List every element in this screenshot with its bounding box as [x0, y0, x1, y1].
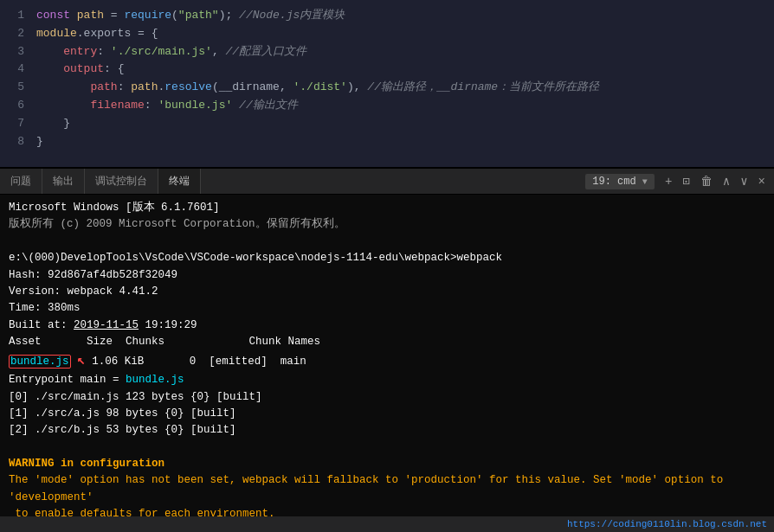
terminal-line: Time: 380ms [9, 300, 765, 317]
terminal-line: [1] ./src/a.js 98 bytes {0} [built] [9, 406, 765, 422]
terminal-line: Version: webpack 4.41.2 [9, 284, 765, 300]
terminal-content[interactable]: Microsoft Windows [版本 6.1.7601] 版权所有 (c)… [0, 195, 774, 516]
bundle-js-highlight: bundle.js [9, 355, 71, 369]
tab-group: 问题 输出 调试控制台 终端 [0, 169, 201, 194]
bottom-bar: https://coding0110lin.blog.csdn.net [0, 516, 774, 532]
terminal-line [9, 439, 765, 456]
terminal-tabs-row: 问题 输出 调试控制台 终端 19: cmd ▼ + ⊡ 🗑 ∧ ∨ × [0, 169, 774, 195]
terminal-line: [0] ./src/main.js 123 bytes {0} [built] [9, 389, 765, 406]
split-terminal-button[interactable]: ⊡ [679, 172, 693, 190]
terminal-line: Microsoft Windows [版本 6.1.7601] [9, 200, 765, 216]
terminal-line: Entrypoint main = bundle.js [9, 372, 765, 388]
terminal-line: Built at: 2019-11-15 19:19:29 [9, 317, 765, 334]
tab-terminal[interactable]: 终端 [158, 169, 201, 194]
add-terminal-button[interactable]: + [661, 173, 675, 190]
code-content: const path = require("path"); //Node.js内… [33, 0, 774, 167]
terminal-line: e:\(000)DevelopTools\VsCode\VSCode-works… [9, 250, 765, 266]
terminal-warning-line1: The 'mode' option has not been set, webp… [9, 472, 765, 506]
terminal-line-bundle: bundle.js ↖ 1.06 KiB 0 [emitted] main [9, 350, 765, 372]
terminal-line: Asset Size Chunks Chunk Names [9, 334, 765, 350]
tab-output[interactable]: 输出 [42, 169, 85, 194]
code-editor: 1 2 3 4 5 6 7 8 const path = require("pa… [0, 0, 774, 169]
maximize-terminal-button[interactable]: ∧ [719, 172, 733, 190]
line-numbers: 1 2 3 4 5 6 7 8 [0, 0, 33, 167]
delete-terminal-button[interactable]: 🗑 [697, 173, 716, 190]
terminal-line: [2] ./src/b.js 53 bytes {0} [built] [9, 422, 765, 439]
tab-debug-console[interactable]: 调试控制台 [85, 169, 158, 194]
close-terminal-button[interactable]: × [755, 173, 769, 190]
terminal-line [9, 234, 765, 250]
terminal-line: Hash: 92d867af4db528f32049 [9, 267, 765, 284]
terminal-instance-label[interactable]: 19: cmd ▼ [585, 174, 655, 189]
terminal-warning-line2: to enable defaults for each environment. [9, 506, 765, 516]
tab-problems[interactable]: 问题 [0, 169, 42, 194]
terminal-header-controls: 19: cmd ▼ + ⊡ 🗑 ∧ ∨ × [585, 169, 774, 194]
app-container: 1 2 3 4 5 6 7 8 const path = require("pa… [0, 0, 774, 532]
terminal-warning-title: WARNING in configuration [9, 456, 765, 472]
red-arrow: ↖ [77, 353, 86, 369]
terminal-line: 版权所有 (c) 2009 Microsoft Corporation。保留所有… [9, 216, 765, 233]
csdn-link[interactable]: https://coding0110lin.blog.csdn.net [567, 519, 767, 529]
minimize-terminal-button[interactable]: ∨ [737, 172, 751, 190]
